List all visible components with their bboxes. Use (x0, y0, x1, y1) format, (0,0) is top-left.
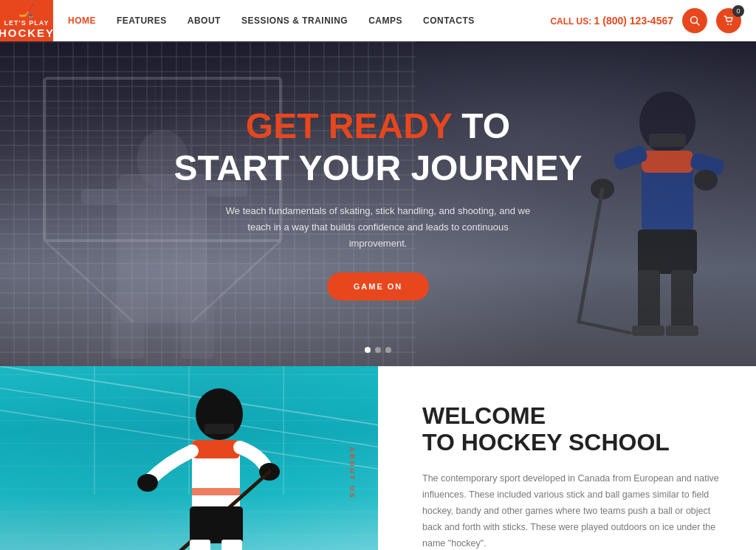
hero-cta-button[interactable]: GAME ON (327, 272, 430, 300)
logo-lets: LET'S PLAY (4, 19, 49, 27)
svg-rect-38 (666, 326, 698, 336)
svg-rect-35 (638, 270, 660, 329)
hero-subtitle: We teach fundamentals of skating, stick … (223, 203, 533, 252)
logo[interactable]: 🏒 LET'S PLAY HOCKEY (0, 0, 53, 41)
svg-rect-36 (671, 270, 693, 329)
logo-hockey: HOCKEY (0, 27, 55, 39)
about-title-line1: WELCOME (422, 402, 546, 429)
navbar: 🏒 LET'S PLAY HOCKEY HOME FEATURES ABOUT … (0, 0, 756, 41)
about-text-side: WELCOME TO HOCKEY SCHOOL The contemporar… (378, 366, 756, 550)
svg-rect-55 (190, 540, 210, 550)
svg-point-3 (730, 24, 732, 25)
about-text: The contemporary sport developed in Cana… (422, 471, 719, 550)
nav-camps[interactable]: CAMPS (368, 16, 402, 26)
hero-title-orange: GET READY (246, 106, 452, 145)
about-player-svg (112, 374, 304, 550)
svg-point-31 (694, 170, 718, 190)
svg-rect-25 (649, 134, 686, 147)
svg-rect-37 (632, 326, 664, 336)
svg-line-1 (697, 23, 700, 26)
hero-title-line1: GET READY TO (174, 107, 583, 146)
cart-button[interactable]: 0 (716, 8, 741, 33)
cart-badge: 0 (732, 5, 744, 17)
nav-links: HOME FEATURES ABOUT SESSIONS & TRAINING … (68, 16, 550, 26)
hero-content: GET READY TO START YOUR JOURNEY We teach… (159, 107, 597, 300)
svg-rect-8 (111, 292, 144, 359)
call-label: CALL US: (550, 16, 591, 27)
svg-rect-48 (192, 440, 240, 458)
about-title: WELCOME TO HOCKEY SCHOOL (422, 402, 719, 457)
hero-title-line2: START YOUR JOURNEY (174, 149, 583, 188)
about-title-line2: TO HOCKEY SCHOOL (422, 429, 670, 456)
logo-icon: 🏒 (18, 2, 35, 18)
nav-features[interactable]: FEATURES (117, 16, 167, 26)
about-image: ABOUT US (0, 366, 378, 550)
svg-line-33 (579, 322, 630, 333)
svg-point-2 (727, 24, 729, 25)
hero-dot-3[interactable] (385, 347, 391, 353)
svg-point-50 (137, 474, 158, 492)
hero-dot-1[interactable] (365, 347, 371, 353)
svg-rect-56 (221, 540, 242, 550)
search-button[interactable] (682, 8, 707, 33)
nav-right: CALL US: 1 (800) 123-4567 0 (550, 8, 741, 33)
svg-rect-9 (181, 292, 214, 359)
search-icon (690, 16, 700, 26)
svg-rect-34 (638, 230, 697, 274)
call-us: CALL US: 1 (800) 123-4567 (550, 15, 673, 27)
hero-dots (365, 347, 391, 353)
hero-dot-2[interactable] (375, 347, 381, 353)
hero-title-to: TO (461, 106, 510, 145)
phone-number: 1 (800) 123-4567 (594, 15, 673, 27)
svg-rect-46 (205, 424, 234, 434)
about-vertical-label: ABOUT US (348, 447, 356, 500)
svg-rect-49 (192, 488, 240, 495)
cart-icon (724, 16, 734, 26)
about-section: ABOUT US WELCOME TO HOCKEY SCHOOL The co… (0, 366, 756, 550)
nav-contacts[interactable]: CONTACTS (423, 16, 475, 26)
nav-sessions[interactable]: SESSIONS & TRAINING (241, 16, 348, 26)
hero-section: GET READY TO START YOUR JOURNEY We teach… (0, 41, 756, 366)
nav-home[interactable]: HOME (68, 16, 96, 26)
svg-rect-54 (190, 506, 243, 543)
nav-about[interactable]: ABOUT (188, 16, 221, 26)
svg-rect-27 (642, 151, 693, 173)
